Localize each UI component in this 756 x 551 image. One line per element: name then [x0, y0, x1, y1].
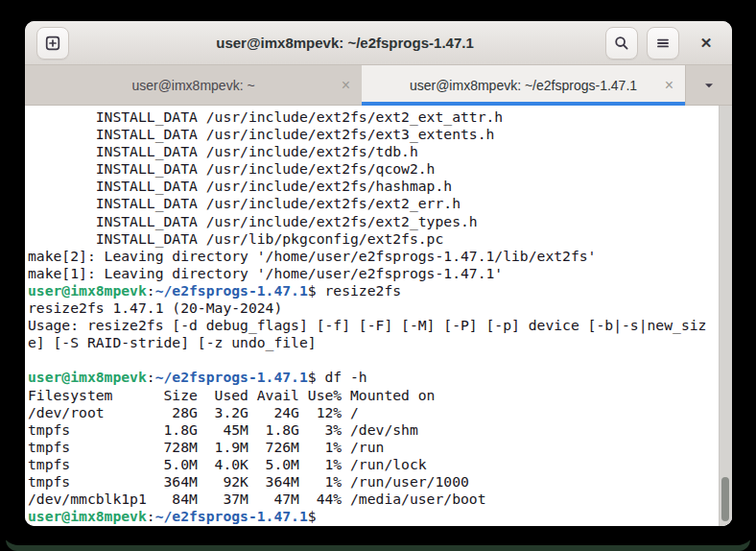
search-button[interactable]	[605, 27, 638, 60]
terminal-line: INSTALL_DATA /usr/include/ext2fs/ext2_ty…	[28, 213, 715, 230]
scrollbar-thumb[interactable]	[721, 477, 729, 521]
new-tab-button[interactable]	[36, 27, 69, 60]
terminal-line: Filesystem Size Used Avail Use% Mounted …	[28, 387, 715, 404]
terminal-line: /dev/mmcblk1p1 84M 37M 47M 44% /media/us…	[28, 491, 715, 508]
tab-label: user@imx8mpevk: ~	[131, 78, 254, 93]
terminal-line	[28, 351, 715, 369]
chevron-down-icon	[701, 78, 717, 93]
tab-label: user@imx8mpevk: ~/e2fsprogs-1.47.1	[410, 78, 637, 93]
terminal-line: Usage: resize2fs [-d debug_flags] [-f] […	[28, 317, 715, 334]
terminal-content[interactable]: INSTALL_DATA /usr/include/ext2fs/ext2_ex…	[25, 106, 732, 526]
terminal-line: tmpfs 5.0M 4.0K 5.0M 1% /run/lock	[28, 456, 715, 473]
tab-close-icon: ×	[665, 77, 673, 94]
window-title: user@imx8mpevk: ~/e2fsprogs-1.47.1	[92, 35, 598, 51]
tab-home[interactable]: user@imx8mpevk: ~ ×	[25, 65, 362, 105]
terminal-line: INSTALL_DATA /usr/include/ext2fs/ext2_ex…	[28, 108, 715, 126]
terminal-line: tmpfs 728M 1.9M 726M 1% /run	[28, 439, 715, 456]
terminal-line: make[2]: Leaving directory '/home/user/e…	[28, 248, 715, 265]
tab-bar: user@imx8mpevk: ~ × user@imx8mpevk: ~/e2…	[25, 65, 732, 106]
tab-close-button[interactable]: ×	[665, 65, 673, 105]
terminal-line: INSTALL_DATA /usr/lib/pkgconfig/ext2fs.p…	[28, 230, 715, 248]
terminal-line: make[1]: Leaving directory '/home/user/e…	[28, 265, 715, 282]
titlebar-actions: ✕	[605, 27, 721, 60]
close-window-button[interactable]: ✕	[692, 29, 721, 58]
terminal-window: user@imx8mpevk: ~/e2fsprogs-1.47.1 ✕ use…	[25, 21, 732, 526]
search-icon	[614, 36, 629, 51]
terminal-line: resize2fs 1.47.1 (20-May-2024)	[28, 299, 715, 317]
titlebar: user@imx8mpevk: ~/e2fsprogs-1.47.1 ✕	[25, 21, 732, 65]
close-icon: ✕	[700, 35, 713, 52]
terminal-line: INSTALL_DATA /usr/include/ext2fs/ext3_ex…	[28, 126, 715, 143]
terminal-line: tmpfs 1.8G 45M 1.8G 3% /dev/shm	[28, 421, 715, 439]
menu-button[interactable]	[647, 27, 679, 60]
terminal-scrollbar[interactable]	[719, 106, 732, 526]
terminal-line: INSTALL_DATA /usr/include/ext2fs/hashmap…	[28, 178, 715, 195]
terminal-line: INSTALL_DATA /usr/include/ext2fs/qcow2.h	[28, 160, 715, 178]
terminal-line: e] [-S RAID-stride] [-z undo_file]	[28, 334, 715, 351]
terminal-line: /dev/root 28G 3.2G 24G 12% /	[28, 404, 715, 421]
tab-close-icon: ×	[342, 77, 350, 94]
terminal-line: user@imx8mpevk:~/e2fsprogs-1.47.1$ df -h	[28, 369, 715, 386]
terminal-line: user@imx8mpevk:~/e2fsprogs-1.47.1$	[28, 508, 715, 525]
tab-list-dropdown-button[interactable]	[685, 65, 732, 105]
hamburger-menu-icon	[655, 36, 671, 51]
tab-close-button[interactable]: ×	[342, 65, 350, 105]
new-tab-icon	[45, 36, 60, 51]
terminal-line: tmpfs 364M 92K 364M 1% /run/user/1000	[28, 473, 715, 491]
terminal-line: INSTALL_DATA /usr/include/ext2fs/tdb.h	[28, 143, 715, 160]
terminal-line: INSTALL_DATA /usr/include/ext2fs/ext2_er…	[28, 195, 715, 212]
terminal-line: user@imx8mpevk:~/e2fsprogs-1.47.1$ resiz…	[28, 282, 715, 299]
terminal-output: INSTALL_DATA /usr/include/ext2fs/ext2_ex…	[25, 106, 732, 525]
tab-e2fsprogs[interactable]: user@imx8mpevk: ~/e2fsprogs-1.47.1 ×	[362, 65, 685, 105]
